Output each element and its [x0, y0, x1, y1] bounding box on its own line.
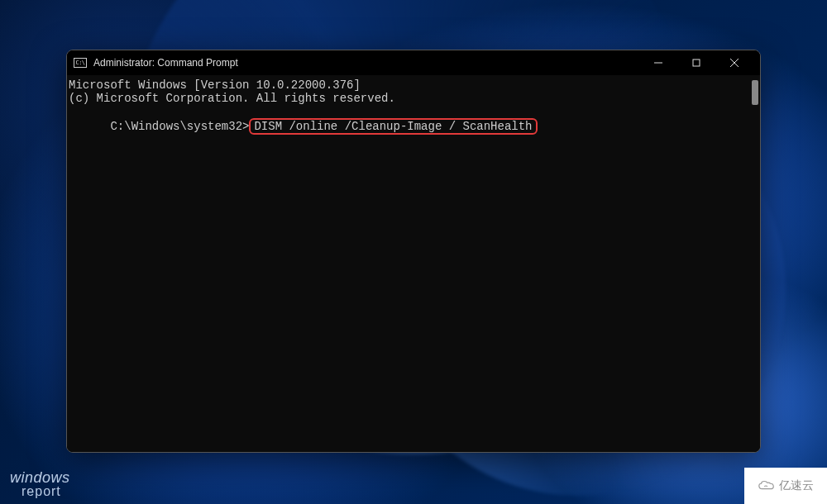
- cmd-icon: C:\: [74, 58, 87, 68]
- watermark-text: windows: [10, 471, 70, 485]
- svg-rect-1: [693, 59, 700, 66]
- close-button[interactable]: [715, 50, 753, 75]
- prompt-path: C:\Windows\system32>: [110, 120, 249, 133]
- watermark-text: 亿速云: [779, 478, 814, 493]
- maximize-button[interactable]: [677, 50, 715, 75]
- yisu-cloud-watermark: 亿速云: [744, 468, 827, 504]
- terminal-output-line: Microsoft Windows [Version 10.0.22000.37…: [69, 78, 758, 92]
- window-controls: [639, 50, 753, 75]
- command-highlight: DISM /online /Cleanup-Image / ScanHealth: [249, 118, 537, 135]
- titlebar[interactable]: C:\ Administrator: Command Prompt: [67, 50, 760, 75]
- terminal-output-line: (c) Microsoft Corporation. All rights re…: [69, 92, 758, 105]
- window-title: Administrator: Command Prompt: [93, 57, 238, 69]
- terminal-prompt-line: C:\Windows\system32>DISM /online /Cleanu…: [69, 105, 758, 148]
- windows-report-watermark: windows report: [10, 471, 70, 497]
- terminal-area[interactable]: Microsoft Windows [Version 10.0.22000.37…: [67, 75, 760, 452]
- command-prompt-window: C:\ Administrator: Command Prompt Micros…: [66, 50, 761, 453]
- scrollbar-thumb[interactable]: [752, 80, 758, 105]
- watermark-text: report: [22, 485, 70, 497]
- minimize-button[interactable]: [639, 50, 677, 75]
- typed-command: DISM /online /Cleanup-Image / ScanHealth: [254, 120, 532, 133]
- cloud-icon: [758, 479, 776, 492]
